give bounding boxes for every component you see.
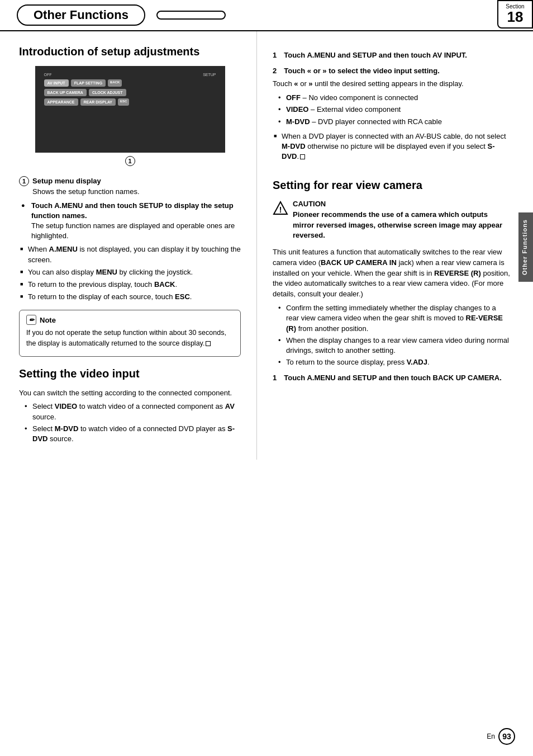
rear-bullet-confirm: Confirm the setting immediately whether … — [278, 303, 511, 334]
touch-setup-heading: Touch A.MENU and then touch SETUP to dis… — [31, 201, 234, 220]
screen-label-setup: SETUP — [203, 73, 216, 77]
note-body: If you do not operate the setup function… — [26, 328, 234, 348]
screen-btn-back: BACK — [108, 79, 122, 87]
rear-bullet-vadj: To return to the source display, press V… — [278, 357, 511, 367]
rear-bullet-normal: When the display changes to a rear view … — [278, 336, 511, 356]
screen-btn-clock: CLOCK ADJUST — [89, 89, 126, 96]
callout-1-item: 1 Setup menu display Shows the setup fun… — [19, 176, 241, 197]
caution-label: CAUTION — [293, 200, 511, 208]
callout-label: 1 — [19, 176, 29, 186]
video-input-heading: Setting the video input — [19, 367, 241, 380]
screen-btn-flap: FLAP SETTING — [71, 79, 106, 87]
screen-btn-rear: REAR DISPLAY — [80, 98, 116, 106]
svg-text:!: ! — [279, 205, 282, 214]
sq-bullet-list: When A.MENU is not displayed, you can di… — [20, 244, 241, 302]
page-footer: En 93 — [487, 728, 515, 745]
sq-bullet-menu: You can also display MENU by clicking th… — [20, 267, 241, 277]
screen-btn-avinput: AV INPUT — [44, 79, 69, 87]
rear-camera-bullets: Confirm the setting immediately whether … — [278, 303, 511, 367]
main-content: Introduction of setup adjustments OFF SE… — [0, 31, 533, 460]
video-input-bullets: Select VIDEO to watch video of a connect… — [25, 401, 241, 444]
sq-bullet-avbus: When a DVD player is connected with an A… — [274, 131, 511, 162]
screen-label-off: OFF — [44, 73, 52, 77]
step2-video-heading: 2 Touch « or » to select the video input… — [273, 66, 511, 76]
sq-bullet-amenu: When A.MENU is not displayed, you can di… — [20, 244, 241, 264]
header-center — [145, 0, 533, 30]
sq-bullet-esc: To return to the display of each source,… — [20, 292, 241, 302]
video-bullet-mdvd: Select M-DVD to watch video of a connect… — [25, 424, 241, 444]
note-box: ✏ Note If you do not operate the setup f… — [19, 310, 241, 356]
video-input-intro: You can switch the setting according to … — [19, 388, 241, 399]
section-title-box: Other Functions — [17, 4, 145, 26]
step2-bullets: OFF – No video component is connected VI… — [278, 93, 511, 127]
callout-1-heading: Setup menu display — [32, 177, 101, 185]
rear-camera-body: This unit features a function that autom… — [273, 247, 511, 300]
footer-lang: En — [487, 733, 495, 740]
device-screen: OFF SETUP AV INPUT FLAP SETTING BACK BAC… — [35, 66, 225, 153]
note-label: Note — [40, 316, 56, 324]
touch-setup-block: Touch A.MENU and then touch SETUP to dis… — [20, 201, 241, 242]
caution-text: Pioneer recommends the use of a camera w… — [293, 210, 511, 240]
screen-btn-esc: ESC — [118, 98, 129, 106]
video-bullet-video: Select VIDEO to watch video of a connect… — [25, 401, 241, 422]
touch-setup-body: The setup function names are displayed a… — [31, 221, 235, 240]
left-column: Introduction of setup adjustments OFF SE… — [0, 31, 257, 460]
page-header: Other Functions Section 18 — [0, 0, 533, 31]
caution-box: ! CAUTION Pioneer recommends the use of … — [273, 200, 511, 240]
callout-1-circle: 1 — [125, 156, 135, 166]
end-marker-2 — [300, 154, 305, 159]
step2-bullet-off: OFF – No video component is connected — [278, 93, 511, 103]
section-title: Other Functions — [34, 8, 129, 22]
header-center-box — [156, 11, 226, 20]
step2-bullet-mdvd: M-DVD – DVD player connected with RCA ca… — [278, 117, 511, 127]
sq-bullet-back: To return to the previous display, touch… — [20, 280, 241, 290]
note-header: ✏ Note — [26, 315, 234, 325]
note-icon: ✏ — [26, 315, 36, 325]
avbus-bullet-list: When a DVD player is connected with an A… — [274, 131, 511, 162]
footer-page: 93 — [498, 728, 515, 745]
caution-icon: ! — [273, 201, 288, 216]
side-tab: Other Functions — [518, 212, 533, 282]
step1-rear-heading: 1 Touch A.MENU and SETUP and then touch … — [273, 373, 511, 383]
section-number: 18 — [502, 10, 529, 24]
screen-btn-appearance: APPEARANCE — [44, 98, 78, 106]
callout-1-text: Shows the setup function names. — [32, 187, 140, 196]
step1-video-heading: 1 Touch A.MENU and SETUP and then touch … — [273, 50, 511, 60]
step2-bullet-video: VIDEO – External video component — [278, 105, 511, 115]
end-marker — [206, 341, 211, 346]
screen-btn-backup: BACK UP CAMERA — [44, 89, 87, 96]
rear-camera-heading: Setting for rear view camera — [273, 178, 511, 192]
section-badge: Section 18 — [497, 0, 533, 29]
right-column: 1 Touch A.MENU and SETUP and then touch … — [257, 31, 533, 460]
step2-intro: Touch « or » until the desired setting a… — [273, 79, 511, 89]
device-image-container: OFF SETUP AV INPUT FLAP SETTING BACK BAC… — [19, 66, 241, 166]
intro-heading: Introduction of setup adjustments — [19, 45, 241, 58]
